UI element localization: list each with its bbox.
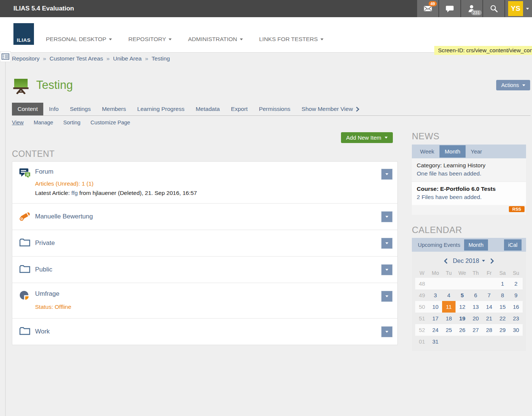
tab-metadata[interactable]: Metadata bbox=[190, 103, 225, 115]
item-dropdown-button[interactable] bbox=[381, 264, 392, 275]
day-cell[interactable]: 27 bbox=[469, 324, 482, 336]
day-cell[interactable]: 22 bbox=[496, 313, 509, 324]
nav-item-links-for-testers[interactable]: LINKS FOR TESTERS bbox=[259, 36, 323, 43]
mail-button[interactable]: 49 bbox=[417, 0, 438, 17]
breadcrumb-item-repository[interactable]: Repository bbox=[12, 55, 40, 62]
latest-article-link[interactable]: ffg bbox=[71, 190, 78, 196]
item-title-link[interactable]: Public bbox=[35, 266, 52, 273]
tab-learning-progress[interactable]: Learning Progress bbox=[132, 103, 190, 115]
breadcrumb-item-customer-test-areas[interactable]: Customer Test Areas bbox=[50, 55, 103, 62]
chat-button[interactable] bbox=[439, 0, 460, 17]
week-number: 48 bbox=[415, 278, 429, 289]
calendar-week-row: 5117181920212223 bbox=[415, 313, 523, 324]
nav-item-administration[interactable]: ADMINISTRATION bbox=[188, 36, 242, 43]
tab-content[interactable]: Content bbox=[12, 103, 43, 115]
add-new-item-button[interactable]: Add New Item bbox=[341, 132, 393, 143]
chevron-down-icon bbox=[526, 8, 529, 10]
item-dropdown-button[interactable] bbox=[381, 169, 392, 180]
news-item-link[interactable]: One file has been added. bbox=[417, 170, 521, 177]
news-tab-year[interactable]: Year bbox=[466, 145, 487, 158]
news-tab-month[interactable]: Month bbox=[439, 145, 466, 158]
month-selector[interactable]: Dec 2018 bbox=[453, 257, 485, 264]
next-month-button[interactable] bbox=[491, 258, 494, 264]
day-cell[interactable]: 9 bbox=[509, 289, 523, 301]
chevron-down-icon bbox=[320, 38, 323, 40]
day-cell[interactable]: 10 bbox=[429, 301, 442, 313]
avatar[interactable]: YS bbox=[508, 1, 523, 16]
tab-settings[interactable]: Settings bbox=[64, 103, 96, 115]
tab-export[interactable]: Export bbox=[225, 103, 253, 115]
day-cell[interactable]: 15 bbox=[496, 301, 509, 313]
day-cell[interactable]: 16 bbox=[509, 301, 523, 313]
ical-button[interactable]: iCal bbox=[504, 239, 522, 251]
prev-month-button[interactable] bbox=[444, 258, 447, 264]
news-tab-week[interactable]: Week bbox=[415, 145, 439, 158]
day-cell[interactable]: 1 bbox=[496, 278, 509, 289]
day-cell[interactable]: 5 bbox=[456, 289, 469, 301]
day-cell[interactable]: 7 bbox=[482, 289, 496, 301]
tab-show-member-view[interactable]: Show Member View bbox=[296, 103, 365, 115]
tab-permissions[interactable]: Permissions bbox=[253, 103, 296, 115]
search-button[interactable] bbox=[483, 0, 504, 17]
actions-button-label: Actions bbox=[501, 82, 519, 88]
item-title-link[interactable]: Umfrage bbox=[35, 290, 59, 298]
subtab-customize-page[interactable]: Customize Page bbox=[91, 119, 130, 125]
day-cell[interactable]: 23 bbox=[509, 313, 523, 324]
tab-members[interactable]: Members bbox=[96, 103, 132, 115]
day-cell[interactable]: 11 bbox=[442, 301, 456, 313]
item-title-link[interactable]: Manuelle Bewertung bbox=[35, 213, 93, 220]
tab-info[interactable]: Info bbox=[43, 103, 64, 115]
day-cell[interactable]: 4 bbox=[442, 289, 456, 301]
calendar-heading: CALENDAR bbox=[412, 225, 526, 235]
day-cell[interactable]: 3 bbox=[429, 289, 442, 301]
day-cell[interactable]: 26 bbox=[456, 324, 469, 336]
ilias-logo[interactable]: ILIAS bbox=[13, 23, 34, 45]
day-cell[interactable]: 31 bbox=[429, 336, 442, 347]
item-title-link[interactable]: Forum bbox=[35, 168, 53, 176]
item-dropdown-button[interactable] bbox=[381, 326, 392, 337]
item-property: Status: Offline bbox=[35, 304, 381, 310]
upcoming-events-link[interactable]: Upcoming Events bbox=[418, 242, 460, 248]
day-cell[interactable]: 25 bbox=[442, 324, 456, 336]
tree-view-toggle[interactable] bbox=[0, 51, 11, 62]
news-item-link[interactable]: 2 Files have been added. bbox=[417, 194, 521, 201]
item-title-link[interactable]: Private bbox=[35, 239, 55, 247]
day-cell[interactable]: 29 bbox=[496, 324, 509, 336]
item-dropdown-button[interactable] bbox=[381, 291, 392, 302]
day-cell[interactable]: 28 bbox=[482, 324, 496, 336]
nav-item-repository[interactable]: REPOSITORY bbox=[128, 36, 172, 43]
day-cell[interactable]: 24 bbox=[429, 324, 442, 336]
calendar-day-header: Tu bbox=[442, 268, 456, 278]
nav-item-label: LINKS FOR TESTERS bbox=[259, 36, 318, 43]
nav-item-label: ADMINISTRATION bbox=[188, 36, 237, 43]
nav-item-personal-desktop[interactable]: PERSONAL DESKTOP bbox=[46, 36, 112, 43]
day-cell[interactable]: 17 bbox=[429, 313, 442, 324]
day-cell[interactable]: 8 bbox=[496, 289, 509, 301]
day-cell[interactable]: 19 bbox=[456, 313, 469, 324]
rss-button[interactable]: RSS bbox=[509, 206, 525, 212]
user-menu-button[interactable]: YS bbox=[505, 0, 532, 17]
folder-icon bbox=[19, 326, 31, 336]
calendar-month-button[interactable]: Month bbox=[464, 239, 488, 251]
day-cell[interactable]: 18 bbox=[442, 313, 456, 324]
breadcrumb-item-unibe-area[interactable]: Unibe Area bbox=[113, 55, 142, 62]
subtab-manage[interactable]: Manage bbox=[34, 119, 53, 125]
content-panel: Forum Articles (Unread): 1 (1) Latest Ar… bbox=[12, 161, 398, 345]
item-title-link[interactable]: Work bbox=[35, 328, 50, 335]
day-cell[interactable]: 13 bbox=[469, 301, 482, 313]
day-cell[interactable]: 20 bbox=[469, 313, 482, 324]
day-cell[interactable]: 14 bbox=[482, 301, 496, 313]
breadcrumb-item-testing[interactable]: Testing bbox=[151, 55, 170, 62]
subtab-view[interactable]: View bbox=[12, 119, 24, 125]
subtab-sorting[interactable]: Sorting bbox=[63, 119, 81, 125]
actions-button[interactable]: Actions bbox=[496, 80, 530, 90]
item-dropdown-button[interactable] bbox=[381, 238, 392, 249]
calendar-day-header: Su bbox=[509, 268, 523, 278]
members-button[interactable]: 231 bbox=[461, 0, 482, 17]
day-cell[interactable]: 30 bbox=[509, 324, 523, 336]
day-cell[interactable]: 6 bbox=[469, 289, 482, 301]
day-cell[interactable]: 12 bbox=[456, 301, 469, 313]
item-dropdown-button[interactable] bbox=[381, 211, 392, 222]
day-cell[interactable]: 2 bbox=[509, 278, 523, 289]
day-cell[interactable]: 21 bbox=[482, 313, 496, 324]
